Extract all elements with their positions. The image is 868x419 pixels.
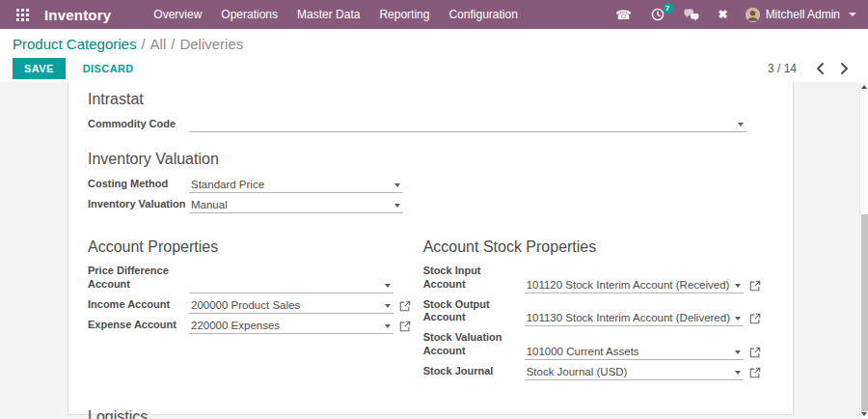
breadcrumb-separator: /: [166, 36, 179, 52]
dropdown-caret-icon[interactable]: [735, 371, 741, 375]
user-name: Mitchell Admin: [766, 8, 840, 21]
field-value: Standard Price: [191, 179, 390, 190]
discard-button[interactable]: DISCARD: [73, 59, 144, 78]
dropdown-caret-icon[interactable]: [385, 284, 391, 288]
breadcrumb-all[interactable]: All: [150, 36, 167, 52]
chat-bubbles-icon: [684, 9, 699, 21]
external-link-icon[interactable]: [749, 280, 761, 292]
form-sheet: Intrastat Commodity Code Inventory Valua…: [68, 82, 794, 415]
activity-count-badge: 7: [663, 3, 673, 14]
stock-valuation-account-field[interactable]: 101000 Current Assets: [525, 345, 744, 360]
stock-output-account-field[interactable]: 101130 Stock Interim Account (Delivered): [525, 311, 744, 326]
price-difference-account-field[interactable]: [189, 278, 393, 293]
scrollbar-down-arrow-icon[interactable]: [861, 412, 867, 416]
save-button[interactable]: SAVE: [13, 58, 66, 79]
systray: ☎ 7 ✖: [606, 8, 868, 22]
user-menu[interactable]: Mitchell Admin: [746, 8, 856, 22]
external-link-icon[interactable]: [399, 300, 411, 312]
control-panel: Product Categories/All/Deliveries SAVE D…: [0, 29, 868, 82]
dropdown-caret-icon[interactable]: [394, 183, 400, 187]
field-row: Stock Valuation Account 101000 Current A…: [423, 331, 761, 360]
field-row: Stock Journal Stock Journal (USD): [423, 365, 761, 380]
inventory-valuation-select[interactable]: Manual: [189, 198, 403, 213]
menu-operations[interactable]: Operations: [211, 0, 287, 29]
section-title: Logistics: [88, 408, 761, 419]
menu-overview[interactable]: Overview: [144, 0, 211, 29]
accounts-columns: Account Properties Price Difference Acco…: [88, 238, 761, 385]
field-label-inventory-valuation: Inventory Valuation: [88, 198, 189, 213]
costing-method-select[interactable]: Standard Price: [189, 178, 403, 193]
tools-button[interactable]: ✖: [709, 9, 738, 20]
app-name[interactable]: Inventory: [44, 7, 111, 23]
section-inventory-valuation: Inventory Valuation Costing Method Stand…: [88, 151, 761, 212]
expense-account-field[interactable]: 220000 Expenses: [189, 319, 393, 334]
field-value: 101000 Current Assets: [527, 346, 730, 357]
field-label-stock-valuation-account: Stock Valuation Account: [423, 331, 525, 360]
top-navbar: Inventory Overview Operations Master Dat…: [0, 0, 868, 29]
scrollbar-thumb[interactable]: [861, 214, 868, 411]
section-logistics: Logistics Routes Dropship ✕ Force Remova…: [88, 408, 761, 419]
chevron-down-icon: [849, 13, 856, 16]
field-value: 101130 Stock Interim Account (Delivered): [527, 312, 730, 323]
messages-button[interactable]: [674, 9, 709, 21]
commodity-code-field[interactable]: [189, 117, 746, 132]
pager: 3 / 14: [768, 61, 854, 76]
dropdown-caret-icon[interactable]: [385, 324, 391, 328]
field-value: 101120 Stock Interim Account (Received): [527, 279, 730, 291]
breadcrumb-product-categories[interactable]: Product Categories: [13, 36, 136, 52]
field-label-stock-output-account: Stock Output Account: [423, 298, 525, 327]
external-link-icon[interactable]: [749, 347, 761, 358]
breadcrumb: Product Categories/All/Deliveries: [13, 36, 854, 52]
field-value: 220000 Expenses: [191, 320, 380, 331]
field-row: Price Difference Account: [88, 265, 411, 293]
dropdown-caret-icon[interactable]: [735, 317, 741, 321]
breadcrumb-separator: /: [136, 36, 149, 52]
control-panel-buttons: SAVE DISCARD 3 / 14: [13, 58, 854, 79]
external-link-icon[interactable]: [749, 367, 761, 378]
field-row: Expense Account 220000 Expenses: [88, 319, 411, 334]
apps-menu-button[interactable]: [0, 9, 44, 21]
external-link-icon[interactable]: [749, 313, 761, 324]
dropdown-caret-icon[interactable]: [738, 123, 744, 126]
dropdown-caret-icon[interactable]: [394, 204, 400, 208]
apps-grid-icon: [16, 9, 29, 21]
form-view: Intrastat Commodity Code Inventory Valua…: [0, 82, 868, 419]
field-row: Stock Output Account 101130 Stock Interi…: [423, 298, 761, 327]
field-row: Income Account 200000 Product Sales: [88, 298, 411, 314]
field-row: Commodity Code: [88, 117, 746, 132]
field-label-stock-input-account: Stock Input Account: [423, 265, 525, 293]
field-value: Stock Journal (USD): [527, 366, 730, 377]
dropdown-caret-icon[interactable]: [735, 284, 741, 288]
section-account-stock-properties: Account Stock Properties Stock Input Acc…: [423, 238, 761, 385]
field-row: Stock Input Account 101120 Stock Interim…: [423, 265, 761, 293]
menu-reporting[interactable]: Reporting: [369, 0, 439, 29]
section-account-properties: Account Properties Price Difference Acco…: [88, 238, 411, 385]
dropdown-caret-icon[interactable]: [735, 350, 741, 354]
stock-journal-field[interactable]: Stock Journal (USD): [525, 365, 744, 380]
main-menu: Overview Operations Master Data Reportin…: [144, 0, 528, 29]
dropdown-caret-icon[interactable]: [385, 304, 391, 308]
pager-previous-button[interactable]: [810, 61, 830, 76]
pager-next-button[interactable]: [834, 61, 854, 76]
field-label-stock-journal: Stock Journal: [423, 365, 525, 380]
phone-button[interactable]: ☎: [606, 9, 640, 21]
menu-master-data[interactable]: Master Data: [287, 0, 369, 29]
chevron-right-icon: [840, 63, 849, 74]
menu-configuration[interactable]: Configuration: [439, 0, 527, 29]
field-row: Inventory Valuation Manual: [88, 198, 420, 213]
phone-icon: ☎: [615, 9, 631, 21]
scrollbar-up-arrow-icon[interactable]: [861, 85, 867, 89]
field-label-expense-account: Expense Account: [88, 319, 189, 334]
activities-button[interactable]: 7: [641, 8, 674, 21]
section-title: Inventory Valuation: [88, 151, 761, 168]
stock-input-account-field[interactable]: 101120 Stock Interim Account (Received): [525, 278, 744, 293]
field-label-income-account: Income Account: [88, 298, 189, 314]
section-intrastat: Intrastat Commodity Code: [88, 91, 761, 132]
x-icon: ✖: [719, 9, 728, 20]
pager-value: 3 / 14: [768, 62, 797, 75]
field-value: Manual: [191, 199, 390, 210]
vertical-scrollbar[interactable]: [859, 82, 868, 419]
external-link-icon[interactable]: [399, 321, 411, 332]
section-title: Account Stock Properties: [423, 238, 761, 256]
income-account-field[interactable]: 200000 Product Sales: [189, 298, 393, 314]
